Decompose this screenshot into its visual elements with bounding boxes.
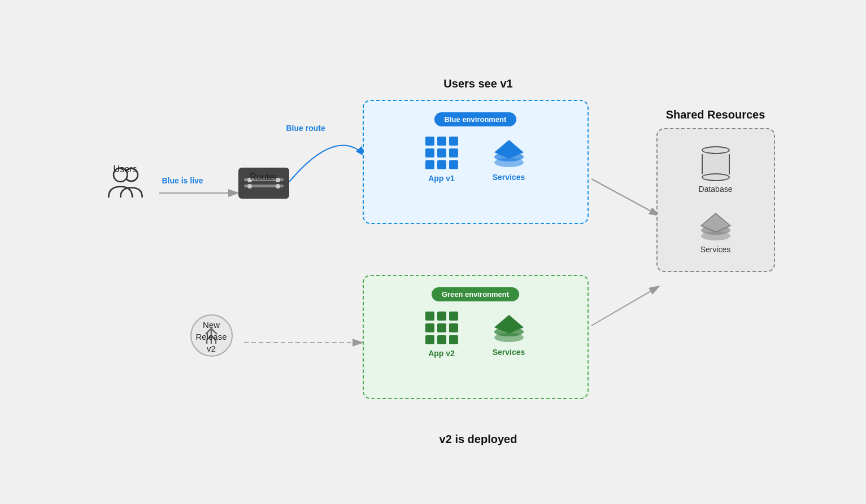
services-green-label: Services [493,348,525,357]
app-v1-item: App v1 [425,137,458,183]
users-see-v1-title: Users see v1 [365,77,591,90]
blue-env-content: App v1 Services [425,137,526,183]
router-line-2 [244,185,284,187]
green-env-badge: Green environment [432,287,519,301]
blue-env-badge: Blue environment [434,112,517,126]
database-label: Database [699,185,733,194]
grid-dot [437,160,446,169]
app-v1-label: App v1 [428,174,455,183]
services-blue-stack [492,137,526,168]
db-bottom [702,173,730,181]
green-env-content: App v2 Services [425,312,526,358]
grid-dot [437,137,446,146]
diagram: Users see v1 v2 is deployed Shared Resou… [38,21,829,484]
router-icon: Router [238,168,289,199]
grid-dot [425,335,434,344]
services-blue-label: Services [493,173,525,182]
svg-line-4 [591,286,659,326]
grid-dot [437,323,446,332]
grid-dot [449,137,458,146]
shared-resources-title: Shared Resources [654,108,778,121]
green-env-box: Green environment App v2 [363,275,589,399]
blue-is-live-label: Blue is live [162,176,203,185]
grid-dot [449,160,458,169]
app-v1-grid [425,137,458,169]
grid-dot [437,312,446,321]
shared-resources-box: Database Services [656,128,775,272]
new-release-icon: New Release v2 [190,314,233,357]
database-icon [702,146,730,181]
grid-dot [449,312,458,321]
db-top [702,146,730,154]
app-v2-item: App v2 [425,312,458,358]
db-body [702,154,730,174]
grid-dot [449,323,458,332]
blue-env-box: Blue environment App v1 [363,100,589,224]
grid-dot [437,148,446,157]
shared-services-item: Services [699,211,733,254]
router-label: Router [250,172,277,182]
grid-dot [425,148,434,157]
grid-dot [449,148,458,157]
grid-dot [437,335,446,344]
app-v2-grid [425,312,458,344]
services-green-item: Services [492,312,526,357]
users-icon: Users [106,162,145,201]
grid-dot [425,323,434,332]
grid-dot [425,312,434,321]
database-item: Database [699,146,733,194]
users-label: Users [114,164,137,174]
app-v2-label: App v2 [428,349,455,358]
blue-route-label: Blue route [286,124,325,133]
v2-deployed-title: v2 is deployed [365,433,591,446]
grid-dot [425,137,434,146]
services-blue-item: Services [492,137,526,182]
grid-dot [449,335,458,344]
svg-line-3 [591,179,659,216]
services-shared-label: Services [700,245,731,254]
grid-dot [425,160,434,169]
new-release-label: New Release v2 [190,319,233,354]
